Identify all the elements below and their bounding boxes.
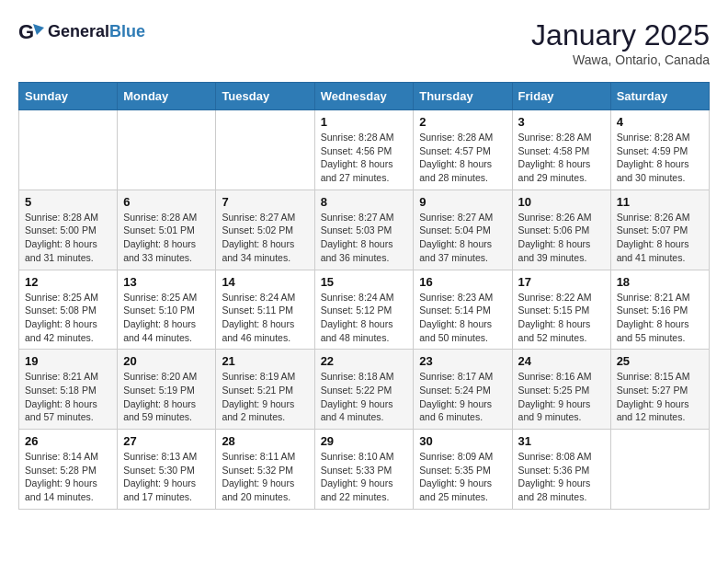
day-number: 19 <box>25 354 111 368</box>
day-number: 5 <box>25 195 111 209</box>
calendar-cell: 17Sunrise: 8:22 AM Sunset: 5:15 PM Dayli… <box>512 270 610 350</box>
day-info: Sunrise: 8:23 AM Sunset: 5:14 PM Dayligh… <box>419 291 506 345</box>
day-info: Sunrise: 8:28 AM Sunset: 5:01 PM Dayligh… <box>123 211 210 265</box>
day-info: Sunrise: 8:28 AM Sunset: 4:57 PM Dayligh… <box>419 131 506 185</box>
svg-text:G: G <box>18 20 34 43</box>
svg-marker-1 <box>33 24 44 35</box>
day-number: 11 <box>617 195 703 209</box>
logo-general: General <box>48 22 109 40</box>
day-number: 27 <box>123 434 210 448</box>
calendar-cell: 20Sunrise: 8:20 AM Sunset: 5:19 PM Dayli… <box>118 350 216 430</box>
day-info: Sunrise: 8:20 AM Sunset: 5:19 PM Dayligh… <box>123 370 210 424</box>
day-number: 17 <box>518 275 605 289</box>
week-row: 12Sunrise: 8:25 AM Sunset: 5:08 PM Dayli… <box>19 270 710 350</box>
calendar-cell: 18Sunrise: 8:21 AM Sunset: 5:16 PM Dayli… <box>610 270 709 350</box>
logo-blue: Blue <box>109 22 145 40</box>
logo-icon: G <box>18 18 44 44</box>
day-info: Sunrise: 8:21 AM Sunset: 5:18 PM Dayligh… <box>25 370 111 424</box>
calendar-cell: 24Sunrise: 8:16 AM Sunset: 5:25 PM Dayli… <box>512 350 610 430</box>
calendar-cell: 26Sunrise: 8:14 AM Sunset: 5:28 PM Dayli… <box>19 430 118 510</box>
day-info: Sunrise: 8:09 AM Sunset: 5:35 PM Dayligh… <box>419 450 506 504</box>
calendar-cell: 4Sunrise: 8:28 AM Sunset: 4:59 PM Daylig… <box>610 110 709 190</box>
day-number: 15 <box>321 275 408 289</box>
weekday-header-saturday: Saturday <box>610 83 709 110</box>
calendar-cell <box>216 110 314 190</box>
day-number: 23 <box>419 354 506 368</box>
day-number: 1 <box>321 115 408 129</box>
calendar-cell: 15Sunrise: 8:24 AM Sunset: 5:12 PM Dayli… <box>314 270 414 350</box>
weekday-header-wednesday: Wednesday <box>314 83 414 110</box>
day-number: 20 <box>123 354 210 368</box>
day-info: Sunrise: 8:16 AM Sunset: 5:25 PM Dayligh… <box>518 370 605 424</box>
calendar-cell: 19Sunrise: 8:21 AM Sunset: 5:18 PM Dayli… <box>19 350 118 430</box>
calendar-cell: 27Sunrise: 8:13 AM Sunset: 5:30 PM Dayli… <box>118 430 216 510</box>
calendar-cell: 28Sunrise: 8:11 AM Sunset: 5:32 PM Dayli… <box>216 430 314 510</box>
day-number: 30 <box>419 434 506 448</box>
calendar-body: 1Sunrise: 8:28 AM Sunset: 4:56 PM Daylig… <box>19 110 710 510</box>
calendar-cell: 21Sunrise: 8:19 AM Sunset: 5:21 PM Dayli… <box>216 350 314 430</box>
calendar: SundayMondayTuesdayWednesdayThursdayFrid… <box>18 82 710 510</box>
week-row: 19Sunrise: 8:21 AM Sunset: 5:18 PM Dayli… <box>19 350 710 430</box>
location: Wawa, Ontario, Canada <box>531 52 710 67</box>
day-info: Sunrise: 8:19 AM Sunset: 5:21 PM Dayligh… <box>222 370 308 424</box>
weekday-row: SundayMondayTuesdayWednesdayThursdayFrid… <box>19 83 710 110</box>
day-number: 28 <box>222 434 308 448</box>
day-info: Sunrise: 8:28 AM Sunset: 4:56 PM Dayligh… <box>321 131 408 185</box>
calendar-cell: 14Sunrise: 8:24 AM Sunset: 5:11 PM Dayli… <box>216 270 314 350</box>
calendar-cell: 13Sunrise: 8:25 AM Sunset: 5:10 PM Dayli… <box>118 270 216 350</box>
calendar-cell: 12Sunrise: 8:25 AM Sunset: 5:08 PM Dayli… <box>19 270 118 350</box>
day-number: 22 <box>321 354 408 368</box>
day-number: 26 <box>25 434 111 448</box>
logo-text: GeneralBlue <box>48 22 145 41</box>
day-info: Sunrise: 8:28 AM Sunset: 4:58 PM Dayligh… <box>518 131 605 185</box>
day-info: Sunrise: 8:25 AM Sunset: 5:08 PM Dayligh… <box>25 291 111 345</box>
day-number: 12 <box>25 275 111 289</box>
calendar-cell: 16Sunrise: 8:23 AM Sunset: 5:14 PM Dayli… <box>414 270 512 350</box>
day-number: 14 <box>222 275 308 289</box>
day-number: 8 <box>321 195 408 209</box>
day-number: 29 <box>321 434 408 448</box>
day-number: 25 <box>617 354 703 368</box>
calendar-cell: 9Sunrise: 8:27 AM Sunset: 5:04 PM Daylig… <box>414 190 512 270</box>
day-number: 9 <box>419 195 506 209</box>
calendar-cell: 6Sunrise: 8:28 AM Sunset: 5:01 PM Daylig… <box>118 190 216 270</box>
week-row: 1Sunrise: 8:28 AM Sunset: 4:56 PM Daylig… <box>19 110 710 190</box>
day-number: 2 <box>419 115 506 129</box>
day-info: Sunrise: 8:28 AM Sunset: 5:00 PM Dayligh… <box>25 211 111 265</box>
day-info: Sunrise: 8:21 AM Sunset: 5:16 PM Dayligh… <box>617 291 703 345</box>
day-info: Sunrise: 8:14 AM Sunset: 5:28 PM Dayligh… <box>25 450 111 504</box>
day-info: Sunrise: 8:18 AM Sunset: 5:22 PM Dayligh… <box>321 370 408 424</box>
title-block: January 2025 Wawa, Ontario, Canada <box>531 18 710 67</box>
calendar-cell: 7Sunrise: 8:27 AM Sunset: 5:02 PM Daylig… <box>216 190 314 270</box>
weekday-header-thursday: Thursday <box>414 83 512 110</box>
day-number: 3 <box>518 115 605 129</box>
logo: G GeneralBlue <box>18 18 145 44</box>
week-row: 26Sunrise: 8:14 AM Sunset: 5:28 PM Dayli… <box>19 430 710 510</box>
day-number: 7 <box>222 195 308 209</box>
calendar-header: SundayMondayTuesdayWednesdayThursdayFrid… <box>19 83 710 110</box>
calendar-cell: 1Sunrise: 8:28 AM Sunset: 4:56 PM Daylig… <box>314 110 414 190</box>
weekday-header-friday: Friday <box>512 83 610 110</box>
calendar-cell: 29Sunrise: 8:10 AM Sunset: 5:33 PM Dayli… <box>314 430 414 510</box>
day-info: Sunrise: 8:24 AM Sunset: 5:11 PM Dayligh… <box>222 291 308 345</box>
page-header: G GeneralBlue January 2025 Wawa, Ontario… <box>18 18 710 67</box>
calendar-cell <box>610 430 709 510</box>
day-info: Sunrise: 8:26 AM Sunset: 5:06 PM Dayligh… <box>518 211 605 265</box>
calendar-cell: 11Sunrise: 8:26 AM Sunset: 5:07 PM Dayli… <box>610 190 709 270</box>
weekday-header-tuesday: Tuesday <box>216 83 314 110</box>
day-number: 18 <box>617 275 703 289</box>
day-info: Sunrise: 8:15 AM Sunset: 5:27 PM Dayligh… <box>617 370 703 424</box>
calendar-cell: 5Sunrise: 8:28 AM Sunset: 5:00 PM Daylig… <box>19 190 118 270</box>
calendar-cell: 22Sunrise: 8:18 AM Sunset: 5:22 PM Dayli… <box>314 350 414 430</box>
day-info: Sunrise: 8:27 AM Sunset: 5:03 PM Dayligh… <box>321 211 408 265</box>
day-number: 6 <box>123 195 210 209</box>
week-row: 5Sunrise: 8:28 AM Sunset: 5:00 PM Daylig… <box>19 190 710 270</box>
calendar-cell: 2Sunrise: 8:28 AM Sunset: 4:57 PM Daylig… <box>414 110 512 190</box>
day-info: Sunrise: 8:27 AM Sunset: 5:04 PM Dayligh… <box>419 211 506 265</box>
day-info: Sunrise: 8:26 AM Sunset: 5:07 PM Dayligh… <box>617 211 703 265</box>
calendar-cell: 25Sunrise: 8:15 AM Sunset: 5:27 PM Dayli… <box>610 350 709 430</box>
calendar-cell <box>118 110 216 190</box>
day-info: Sunrise: 8:25 AM Sunset: 5:10 PM Dayligh… <box>123 291 210 345</box>
calendar-cell <box>19 110 118 190</box>
day-number: 4 <box>617 115 703 129</box>
